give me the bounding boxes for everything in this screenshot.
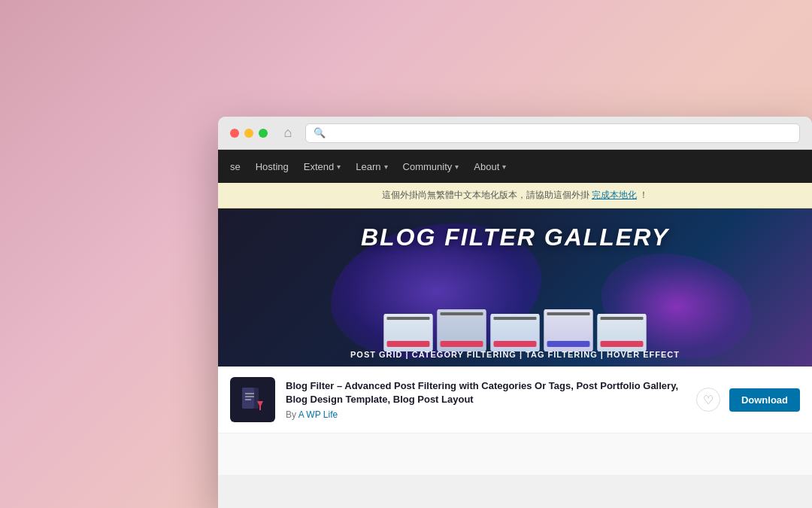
notice-text: 這個外掛尚無繁體中文本地化版本，請協助這個外掛 bbox=[382, 190, 589, 200]
download-button[interactable]: Download bbox=[729, 388, 800, 412]
nav-label-se: se bbox=[230, 161, 241, 172]
traffic-lights bbox=[230, 129, 268, 138]
plugin-icon-svg bbox=[238, 385, 268, 415]
minimize-button[interactable] bbox=[244, 129, 253, 138]
chevron-down-icon: ▾ bbox=[384, 163, 388, 171]
chevron-down-icon: ▾ bbox=[337, 163, 341, 171]
address-bar[interactable]: 🔍 bbox=[305, 123, 800, 143]
home-icon[interactable]: ⌂ bbox=[280, 125, 296, 141]
plugin-actions: ♡ Download bbox=[696, 388, 800, 412]
svg-rect-1 bbox=[242, 388, 254, 409]
browser-window: ⌂ 🔍 se Hosting Extend ▾ Learn ▾ Communi bbox=[218, 117, 812, 508]
plugin-text: Blog Filter – Advanced Post Filtering wi… bbox=[286, 379, 686, 420]
content-wrapper: se Hosting Extend ▾ Learn ▾ Community ▾ … bbox=[218, 150, 812, 475]
nav-label-community: Community bbox=[403, 161, 453, 172]
banner-card-3 bbox=[491, 314, 540, 351]
nav-item-hosting[interactable]: Hosting bbox=[256, 161, 289, 172]
banner-title: BLOG FILTER GALLERY bbox=[218, 224, 812, 251]
main-content: 🔍 BLOG FILTER GALLERY bbox=[218, 208, 812, 475]
svg-rect-6 bbox=[259, 406, 261, 410]
title-bar: ⌂ 🔍 bbox=[218, 117, 812, 150]
banner-card-2 bbox=[438, 309, 486, 351]
chevron-down-icon: ▾ bbox=[502, 163, 506, 171]
nav-label-extend: Extend bbox=[304, 161, 334, 172]
nav-label-hosting: Hosting bbox=[256, 161, 289, 172]
nav-label-about: About bbox=[474, 161, 499, 172]
localization-link[interactable]: 完成本地化 bbox=[592, 190, 637, 200]
nav-item-learn[interactable]: Learn ▾ bbox=[356, 161, 387, 172]
banner-cards bbox=[384, 309, 647, 351]
banner-card-4 bbox=[544, 309, 593, 351]
nav-item-se[interactable]: se bbox=[230, 161, 241, 172]
nav-bar: se Hosting Extend ▾ Learn ▾ Community ▾ … bbox=[218, 150, 812, 183]
banner-footer: POST GRID | CATEGORY FILTERING | TAG FIL… bbox=[218, 350, 812, 359]
banner-card-1 bbox=[384, 314, 433, 351]
favorite-button[interactable]: ♡ bbox=[696, 388, 720, 412]
author-prefix: By bbox=[286, 409, 296, 420]
maximize-button[interactable] bbox=[259, 129, 268, 138]
close-button[interactable] bbox=[230, 129, 239, 138]
author-link[interactable]: A WP Life bbox=[298, 409, 338, 420]
search-icon: 🔍 bbox=[314, 127, 326, 138]
nav-label-learn: Learn bbox=[356, 161, 380, 172]
notice-bar: 這個外掛尚無繁體中文本地化版本，請協助這個外掛 完成本地化 ！ bbox=[218, 183, 812, 208]
nav-item-extend[interactable]: Extend ▾ bbox=[304, 161, 341, 172]
plugin-author: By A WP Life bbox=[286, 409, 686, 420]
plugin-info-row: Blog Filter – Advanced Post Filtering wi… bbox=[218, 367, 812, 433]
chevron-down-icon: ▾ bbox=[455, 163, 459, 171]
nav-item-about[interactable]: About ▾ bbox=[474, 161, 506, 172]
plugin-banner: BLOG FILTER GALLERY bbox=[218, 208, 812, 367]
plugin-title: Blog Filter – Advanced Post Filtering wi… bbox=[286, 379, 686, 406]
plugin-icon bbox=[230, 377, 275, 422]
notice-text-after: ！ bbox=[639, 190, 648, 200]
nav-item-community[interactable]: Community ▾ bbox=[403, 161, 459, 172]
banner-card-5 bbox=[598, 314, 647, 351]
